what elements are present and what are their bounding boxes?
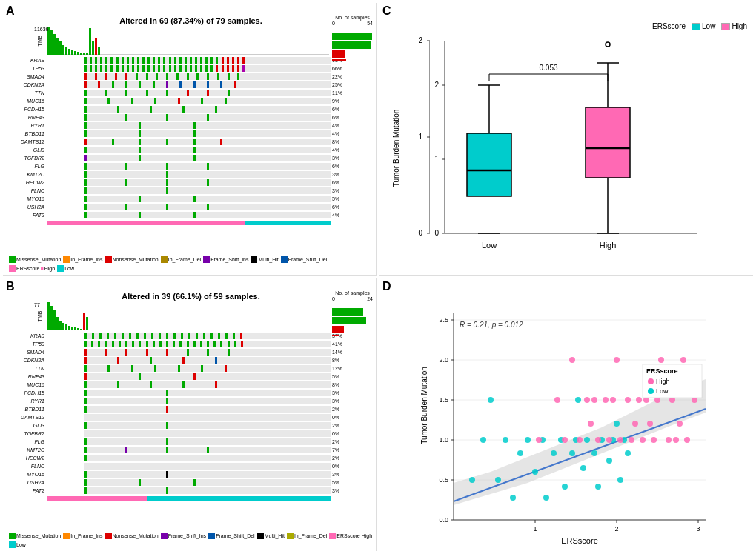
sample-bars-b [332, 308, 372, 336]
svg-point-114 [510, 495, 516, 501]
svg-point-123 [569, 450, 575, 456]
svg-rect-8 [71, 50, 73, 55]
svg-rect-69 [62, 323, 64, 330]
svg-rect-68 [59, 321, 62, 330]
gene-row: TP53 [47, 64, 331, 72]
svg-rect-71 [68, 326, 70, 330]
svg-text:0: 0 [434, 229, 439, 237]
svg-point-163 [673, 437, 679, 443]
gene-row: MYO16 [47, 195, 331, 202]
gene-row: CDKN2A [47, 356, 331, 364]
svg-rect-11 [80, 53, 82, 55]
svg-point-120 [551, 450, 557, 456]
svg-text:ERSscore: ERSscore [646, 367, 678, 375]
svg-point-129 [595, 484, 601, 490]
gene-row: BTBD11 [47, 130, 331, 137]
svg-rect-78 [332, 308, 363, 316]
svg-point-127 [584, 437, 590, 443]
svg-point-166 [684, 437, 690, 443]
gene-row: KMT2C [47, 446, 331, 453]
gene-row: MUC16 [47, 381, 331, 388]
gene-row: GLI3 [47, 421, 331, 429]
svg-point-147 [606, 437, 612, 443]
panel-d-chart: Tumor Burden Mutation 0.0 0.5 1.0 1.5 2.… [417, 305, 746, 551]
svg-point-125 [575, 397, 581, 403]
svg-point-158 [651, 437, 657, 443]
gene-row: DAMTS12 [47, 138, 331, 145]
annotation-text: R = 0.21, p = 0.012 [460, 321, 523, 329]
samples-label-b: 0 [332, 296, 335, 301]
gene-row: FAT2 [47, 211, 331, 218]
svg-text:0.5: 0.5 [439, 476, 448, 484]
x-axis-label-d: ERSscore [561, 536, 598, 545]
gene-row: FLNC [47, 187, 331, 194]
gene-row: RYR1 [47, 121, 331, 129]
gene-row: FLG [47, 162, 331, 170]
gene-row: TGFBR2 [47, 154, 331, 161]
gene-row: GLI3 [47, 146, 331, 153]
gene-row: KRAS [47, 56, 331, 64]
svg-point-148 [610, 397, 616, 403]
svg-point-112 [495, 477, 501, 483]
svg-point-117 [532, 469, 538, 475]
tmb-label-a: TMB [37, 35, 42, 46]
svg-point-164 [677, 421, 683, 427]
gene-row: BTBD11 [47, 405, 331, 413]
svg-point-116 [525, 437, 531, 443]
svg-point-155 [640, 437, 646, 443]
svg-text:High: High [600, 241, 617, 250]
svg-rect-19 [332, 41, 371, 49]
no-samples-a: No. of samples [335, 15, 370, 20]
gene-row: TP53 [47, 340, 331, 347]
svg-rect-17 [98, 47, 100, 55]
svg-rect-15 [92, 41, 94, 55]
panel-c-chart: Tumor Burden Mutation 0 1 2 [385, 33, 747, 263]
svg-point-154 [636, 397, 642, 403]
no-samples-b: No. of samples [335, 290, 370, 296]
samples-max-b: 24 [367, 296, 373, 301]
gene-row: DAMTS12 [47, 413, 331, 421]
svg-text:1.5: 1.5 [439, 396, 448, 404]
svg-text:1: 1 [434, 155, 439, 163]
panel-d: D Tumor Burden Mutation 0.0 0.5 1.0 1.5 … [379, 278, 753, 551]
gene-row: TTN [47, 89, 331, 96]
gene-row: TGFBR2 [47, 430, 331, 437]
tmb-max-a: 11636 [34, 27, 48, 32]
boxplot-svg: 0 1 2 [385, 33, 704, 263]
svg-point-153 [632, 421, 638, 427]
svg-point-126 [580, 465, 586, 471]
svg-point-142 [584, 397, 590, 403]
gene-row: MUC16 [47, 97, 331, 104]
svg-rect-76 [83, 313, 85, 330]
gene-row: USH2A [47, 203, 331, 210]
svg-text:2: 2 [614, 525, 618, 533]
panel-c-label: C [382, 4, 391, 18]
svg-text:1: 1 [418, 133, 422, 141]
gene-row: FLG [47, 438, 331, 445]
gene-row: PCDH15 [47, 389, 331, 396]
svg-point-161 [666, 437, 672, 443]
pct-col-a: 68%66%22%25%11%9%6%6%4%4%8%4%3%6%3%6%3%5… [332, 56, 373, 218]
samples-max-a: 54 [367, 21, 373, 26]
svg-point-122 [562, 484, 568, 490]
svg-rect-6 [65, 47, 67, 55]
erscore-bar-b [47, 496, 331, 501]
gene-row: FAT2 [47, 487, 331, 494]
svg-rect-67 [56, 317, 59, 330]
svg-point-138 [554, 397, 560, 403]
svg-text:Low: Low [482, 241, 497, 250]
gene-row: TTN [47, 364, 331, 372]
svg-point-170 [648, 378, 654, 384]
tmb-bars-a [47, 27, 329, 55]
gene-row: PCDH15 [47, 105, 331, 113]
gene-row: SMAD4 [47, 73, 331, 80]
gene-rows-a: KRASTP53SMAD4CDKN2ATTNMUC16PCDH15RNF43RY… [47, 56, 331, 218]
gene-row: CDKN2A [47, 81, 331, 88]
svg-point-152 [629, 437, 634, 443]
svg-rect-70 [65, 324, 67, 330]
svg-point-160 [658, 357, 664, 363]
svg-rect-7 [68, 49, 70, 55]
svg-rect-79 [332, 317, 366, 324]
svg-point-136 [625, 450, 631, 456]
svg-rect-20 [332, 50, 345, 58]
